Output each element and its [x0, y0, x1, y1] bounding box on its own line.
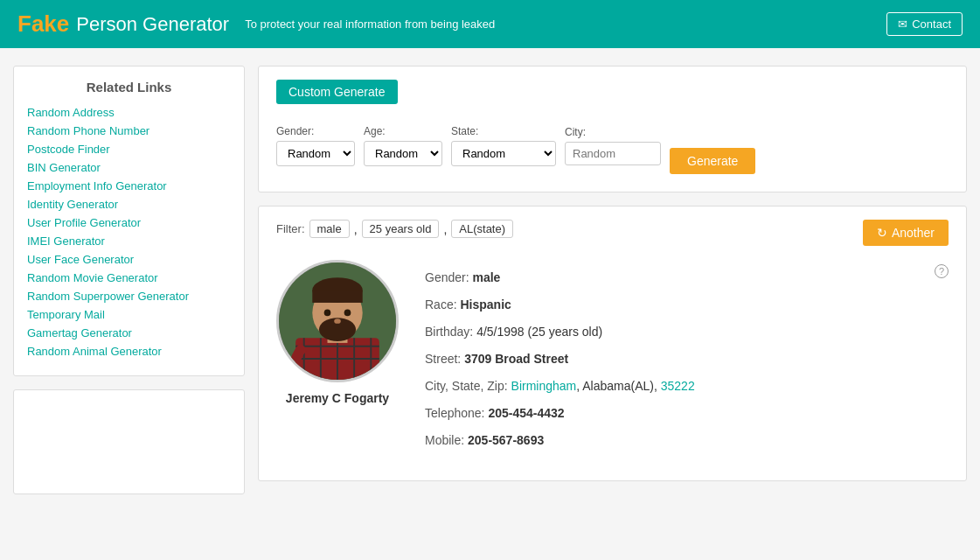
birthday-row: Birthday: 4/5/1998 (25 years old) [425, 323, 949, 341]
sidebar-link-imei[interactable]: IMEI Generator [27, 234, 105, 248]
telephone-value: 205-454-4432 [488, 406, 564, 420]
race-info-label: Race: [425, 298, 457, 312]
state-group: State: Random [451, 125, 556, 166]
contact-button[interactable]: ✉ Contact [886, 12, 963, 36]
list-item: Gamertag Generator [27, 326, 231, 340]
city-state-text: , Alabama(AL), [576, 379, 661, 393]
generate-button[interactable]: Generate [670, 148, 755, 174]
mobile-row: Mobile: 205-567-8693 [425, 431, 949, 450]
list-item: Postcode Finder [27, 142, 231, 156]
sidebar-link-user-profile[interactable]: User Profile Generator [27, 216, 141, 229]
list-item: Random Address [27, 105, 231, 119]
avatar [276, 260, 399, 382]
gender-label: Gender: [276, 125, 355, 137]
birthday-info-value: 4/5/1998 (25 years old) [476, 325, 602, 339]
list-item: Temporary Mail [27, 307, 231, 321]
sidebar-link-random-movie[interactable]: Random Movie Generator [27, 271, 158, 284]
avatar-section: Jeremy C Fogarty [276, 260, 399, 458]
race-info-value: Hispanic [460, 298, 511, 312]
list-item: User Profile Generator [27, 215, 231, 229]
street-info-label: Street: [425, 352, 461, 366]
sidebar-link-random-phone[interactable]: Random Phone Number [27, 124, 149, 137]
related-links-box: Related Links Random Address Random Phon… [13, 66, 245, 376]
sidebar-link-gamertag[interactable]: Gamertag Generator [27, 326, 132, 340]
list-item: Random Phone Number [27, 123, 231, 137]
sidebar-link-bin[interactable]: BIN Generator [27, 161, 101, 174]
svg-rect-12 [312, 290, 362, 303]
race-row: Race: Hispanic [425, 296, 949, 314]
street-info-value: 3709 Broad Street [464, 352, 568, 366]
sidebar-title: Related Links [27, 80, 231, 94]
mail-icon: ✉ [898, 18, 907, 31]
sidebar-link-postcode[interactable]: Postcode Finder [27, 143, 110, 156]
header-brand: Fake Person Generator To protect your re… [17, 10, 495, 38]
help-icon[interactable]: ? [935, 264, 949, 278]
svg-point-17 [288, 369, 301, 378]
another-label: Another [892, 226, 935, 240]
sidebar-links-list: Random Address Random Phone Number Postc… [27, 105, 231, 358]
contact-label: Contact [912, 18, 951, 31]
state-label: State: [451, 125, 556, 137]
svg-point-15 [344, 310, 351, 317]
sidebar-link-superpower[interactable]: Random Superpower Generator [27, 290, 189, 303]
filter-tag-state: AL(state) [451, 220, 513, 238]
city-label: City: [565, 126, 661, 138]
generate-group: . Generate [670, 116, 755, 174]
list-item: Random Superpower Generator [27, 289, 231, 303]
sidebar: Related Links Random Address Random Phon… [13, 66, 245, 494]
brand-rest: Person Generator [76, 13, 229, 36]
list-item: Random Animal Generator [27, 344, 231, 358]
list-item: BIN Generator [27, 160, 231, 174]
list-item: Random Movie Generator [27, 270, 231, 284]
list-item: IMEI Generator [27, 234, 231, 248]
sidebar-link-employment[interactable]: Employment Info Generator [27, 179, 167, 192]
city-link[interactable]: Birmingham [511, 379, 577, 393]
header-subtitle: To protect your real information from be… [245, 18, 495, 31]
comma-1: , [354, 222, 358, 236]
filter-row: Gender: Random Male Female Age: Random S… [276, 116, 949, 174]
sidebar-link-user-face[interactable]: User Face Generator [27, 253, 134, 266]
sidebar-link-identity[interactable]: Identity Generator [27, 198, 118, 211]
city-group: City: [565, 126, 661, 165]
list-item: User Face Generator [27, 252, 231, 266]
city-input[interactable] [565, 142, 661, 165]
refresh-icon: ↻ [877, 226, 887, 240]
citystatezip-row: City, State, Zip: Birmingham, Alabama(AL… [425, 377, 949, 396]
header: Fake Person Generator To protect your re… [0, 0, 980, 48]
custom-generate-label: Custom Generate [276, 80, 398, 104]
gender-select[interactable]: Random Male Female [276, 141, 355, 166]
telephone-label: Telephone: [425, 406, 485, 420]
list-item: Identity Generator [27, 197, 231, 211]
citystatezip-label: City, State, Zip: [425, 379, 508, 393]
gender-group: Gender: Random Male Female [276, 125, 355, 166]
person-card: Jeremy C Fogarty Gender: male ? Race: Hi… [276, 251, 949, 467]
filter-tag-gender: male [309, 220, 350, 238]
list-item: Employment Info Generator [27, 178, 231, 192]
avatar-image [279, 260, 396, 382]
filter-tags-row: Filter: male , 25 years old , AL(state) [276, 220, 863, 238]
zip-link[interactable]: 35222 [661, 379, 695, 393]
mobile-label: Mobile: [425, 433, 464, 447]
sidebar-link-random-address[interactable]: Random Address [27, 106, 115, 119]
age-group: Age: Random [364, 125, 442, 166]
filter-label: Filter: [276, 222, 305, 235]
telephone-row: Telephone: 205-454-4432 [425, 404, 949, 423]
mobile-value: 205-567-8693 [468, 433, 544, 447]
age-label: Age: [364, 125, 442, 137]
gender-info-value: male [472, 270, 500, 284]
sidebar-link-temp-mail[interactable]: Temporary Mail [27, 308, 105, 321]
results-box: ↻ Another Filter: male , 25 years old , … [258, 206, 967, 481]
state-select[interactable]: Random [451, 141, 556, 166]
content-area: Custom Generate Gender: Random Male Fema… [258, 66, 967, 494]
person-name: Jeremy C Fogarty [286, 391, 389, 405]
svg-point-14 [324, 310, 331, 317]
svg-point-16 [334, 318, 341, 324]
sidebar-ad [13, 389, 245, 494]
custom-generate-box: Custom Generate Gender: Random Male Fema… [258, 66, 967, 192]
sidebar-link-random-animal[interactable]: Random Animal Generator [27, 345, 162, 358]
age-select[interactable]: Random [364, 141, 442, 166]
gender-row: Gender: male ? [425, 269, 949, 287]
comma-2: , [443, 222, 447, 236]
street-row: Street: 3709 Broad Street [425, 350, 949, 368]
another-button[interactable]: ↻ Another [863, 220, 949, 246]
